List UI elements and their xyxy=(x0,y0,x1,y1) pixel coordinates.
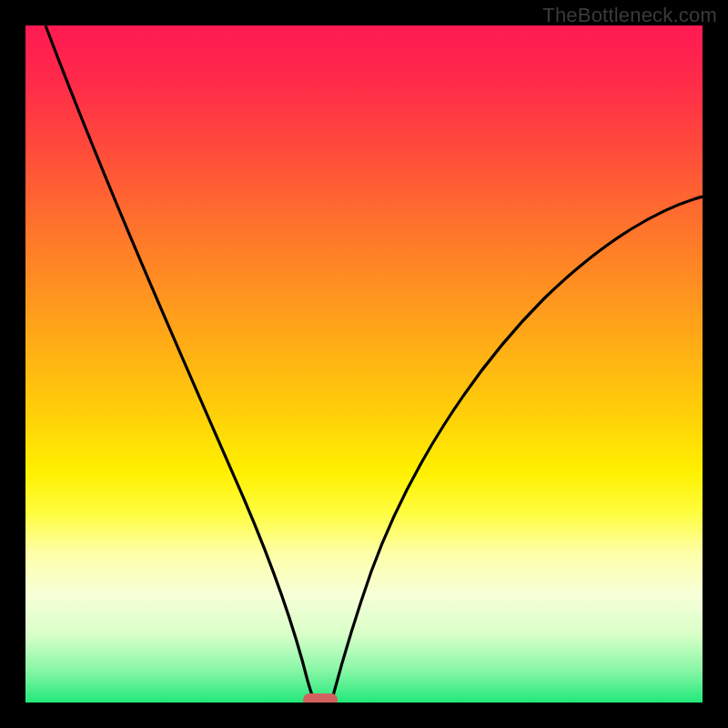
chart-frame: TheBottleneck.com xyxy=(0,0,728,728)
left-curve xyxy=(46,25,316,703)
curve-layer xyxy=(25,25,703,703)
right-curve xyxy=(331,197,703,703)
watermark-text: TheBottleneck.com xyxy=(542,4,717,27)
indicator-pill xyxy=(303,693,338,703)
plot-area xyxy=(25,25,703,703)
